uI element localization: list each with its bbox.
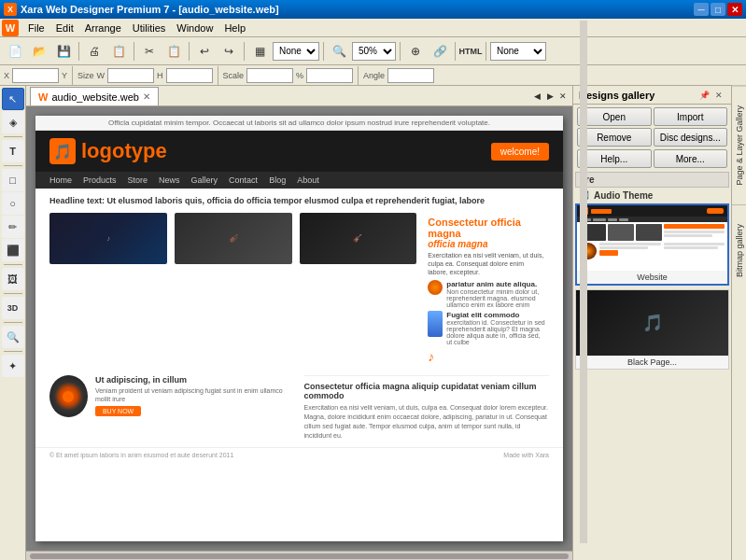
- gallery-item-website[interactable]: Website: [575, 203, 729, 286]
- photo-tool[interactable]: 🖼: [2, 268, 24, 290]
- canvas-tab[interactable]: W audio_website.web ✕: [30, 87, 159, 105]
- nav-about[interactable]: About: [297, 175, 319, 185]
- site-image-row: ♪ 🎻 🎸 Consectetur officia magna officia …: [49, 213, 549, 368]
- h-input[interactable]: [166, 68, 213, 83]
- tab-logo: W: [38, 91, 48, 103]
- gallery-import-button[interactable]: Import: [654, 107, 728, 126]
- menu-file[interactable]: File: [22, 21, 50, 35]
- lt-sep2: [4, 165, 22, 166]
- gallery-pin-button[interactable]: 📌: [697, 89, 711, 102]
- bitmap-gallery-tab[interactable]: Bitmap gallery: [732, 204, 746, 296]
- v-scrollbar[interactable]: [580, 21, 587, 543]
- nav-news[interactable]: News: [159, 175, 180, 185]
- nav-products[interactable]: Products: [83, 175, 117, 185]
- mini-nav-4: [619, 218, 628, 221]
- blackpage-content: 🎵: [576, 290, 728, 356]
- page-layer-gallery-tab[interactable]: Page & Layer Gallery: [732, 86, 746, 204]
- print-button[interactable]: 🖨: [83, 40, 106, 63]
- gallery-item-label: Website: [577, 271, 727, 284]
- zoom-select[interactable]: 50%: [352, 42, 396, 61]
- gallery-remove-button[interactable]: Remove: [577, 128, 652, 147]
- gallery-item-thumbnail: [577, 205, 727, 271]
- toolbar-separator-4: [244, 42, 245, 61]
- save-button[interactable]: 💾: [52, 40, 75, 63]
- gallery-disc-button[interactable]: Disc designs...: [654, 128, 728, 147]
- dj-inner: [63, 391, 74, 402]
- welcome-button[interactable]: welcome!: [491, 143, 549, 161]
- node-tool[interactable]: ◈: [2, 111, 24, 133]
- text-tool[interactable]: T: [2, 140, 24, 162]
- menu-edit[interactable]: Edit: [50, 21, 79, 35]
- scale-x-input[interactable]: [246, 68, 293, 83]
- cut-button[interactable]: ✂: [138, 40, 161, 63]
- zoom-in-button[interactable]: 🔍: [328, 40, 350, 63]
- lt-sep1: [4, 136, 22, 137]
- copy-button[interactable]: 📋: [162, 40, 185, 63]
- toolbar: 📄 📂 💾 🖨 📋 ✂ 📋 ↩ ↪ ▦ None 🔍 50% ⊕ 🔗 HTML …: [0, 37, 746, 65]
- gallery-close-button[interactable]: ✕: [712, 89, 725, 102]
- snap-button[interactable]: ⊕: [404, 40, 427, 63]
- gallery-item-blackpage[interactable]: 🎵 Black Page...: [575, 289, 729, 370]
- mini-bottom: [580, 243, 725, 259]
- close-button[interactable]: ✕: [727, 3, 742, 16]
- pct-label: %: [296, 71, 303, 80]
- gallery-open-button[interactable]: Open: [577, 107, 652, 126]
- canvas-prev-button[interactable]: ◀: [531, 87, 542, 105]
- x-label: X: [4, 71, 9, 80]
- gallery-help-button[interactable]: Help...: [577, 149, 652, 168]
- logo-icon: 🎵: [49, 138, 76, 164]
- undo-button[interactable]: ↩: [193, 40, 216, 63]
- w-input[interactable]: [107, 68, 154, 83]
- nav-home[interactable]: Home: [49, 175, 72, 185]
- select-tool[interactable]: ↖: [2, 88, 24, 110]
- html-button[interactable]: HTML: [459, 40, 482, 63]
- print-preview-button[interactable]: 📋: [107, 40, 130, 63]
- link-button[interactable]: 🔗: [429, 40, 451, 63]
- buy-now-button[interactable]: BUY NOW: [95, 406, 141, 416]
- 3d-tool[interactable]: 3D: [2, 297, 24, 319]
- side-tabs: Page & Layer Gallery Bitmap gallery: [731, 86, 746, 560]
- open-button[interactable]: 📂: [28, 40, 50, 63]
- angle-input[interactable]: [387, 68, 434, 83]
- pos-sep3: [358, 66, 359, 85]
- maximize-button[interactable]: □: [711, 3, 725, 16]
- menu-help[interactable]: Help: [218, 21, 251, 35]
- fx-tool[interactable]: ✦: [2, 355, 24, 377]
- zoom-tool[interactable]: 🔍: [2, 326, 24, 348]
- ellipse-tool[interactable]: ○: [2, 192, 24, 215]
- app-logo: W: [2, 20, 19, 36]
- fill-tool[interactable]: ⬛: [2, 239, 24, 261]
- nav-contact[interactable]: Contact: [229, 175, 258, 185]
- nav-store[interactable]: Store: [128, 175, 148, 185]
- lt-sep3: [4, 264, 22, 265]
- canvas-scroll[interactable]: Officla cupidatat minim tempor. Occaecat…: [26, 106, 572, 551]
- menu-utilities[interactable]: Utilities: [127, 21, 171, 35]
- dj-desc: Veniam proident ut veniam adipiscing fug…: [95, 386, 295, 403]
- pen-tool[interactable]: ✏: [2, 216, 24, 238]
- menu-window[interactable]: Window: [171, 21, 218, 35]
- gallery-more-button[interactable]: More...: [654, 149, 728, 168]
- mini-nav-2: [593, 218, 606, 221]
- nav-blog[interactable]: Blog: [269, 175, 286, 185]
- redo-button[interactable]: ↪: [218, 40, 240, 63]
- app-icon: X: [4, 3, 17, 16]
- toolbar-separator-6: [400, 42, 401, 61]
- nav-gallery[interactable]: Gallery: [191, 175, 218, 185]
- tab-close-button[interactable]: ✕: [143, 91, 150, 102]
- canvas-close-button[interactable]: ✕: [557, 87, 569, 105]
- h-scrollbar[interactable]: [26, 551, 572, 560]
- align-button[interactable]: ▦: [248, 40, 271, 63]
- site-main: Headline text: Ut elusmod laboris quis, …: [35, 189, 563, 447]
- x-input[interactable]: [12, 68, 59, 83]
- canvas-area: W audio_website.web ✕ ◀ ▶ ✕ Officla cupi…: [26, 86, 572, 560]
- minimize-button[interactable]: ─: [694, 3, 709, 16]
- scale-y-input[interactable]: [306, 68, 353, 83]
- canvas-next-button[interactable]: ▶: [544, 87, 556, 105]
- new-button[interactable]: 📄: [4, 40, 26, 63]
- menu-arrange[interactable]: Arrange: [79, 21, 127, 35]
- h-scrollbar-thumb[interactable]: [30, 553, 569, 559]
- rect-tool[interactable]: □: [2, 169, 24, 191]
- transform-select[interactable]: None: [273, 42, 319, 61]
- mini-bt2: [599, 246, 648, 249]
- page-select[interactable]: None: [490, 42, 546, 61]
